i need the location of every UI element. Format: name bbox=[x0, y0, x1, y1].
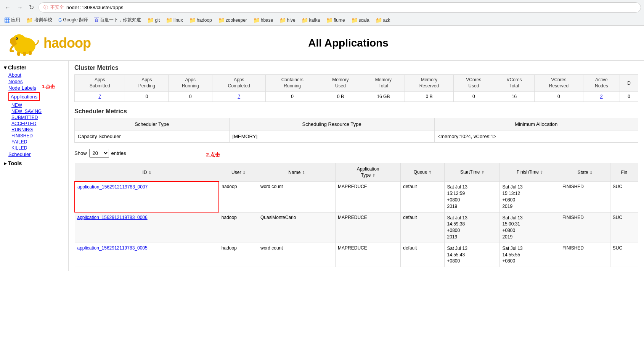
table-row: application_1562912119783_0007 hadoop wo… bbox=[75, 182, 638, 212]
reload-button[interactable]: ↻ bbox=[27, 3, 35, 12]
th-min-allocation: Minimum Allocation bbox=[434, 118, 638, 130]
td-memory-reserved: 0 B bbox=[405, 92, 453, 102]
bookmark-hadoop[interactable]: 📁 hadoop bbox=[188, 16, 214, 24]
th-apps-submitted: AppsSubmitted bbox=[75, 75, 125, 92]
cluster-metrics-title: Cluster Metrics bbox=[74, 64, 638, 71]
sort-icon-queue: ⇕ bbox=[429, 170, 432, 174]
page-header: hadoop All Applications bbox=[0, 26, 644, 61]
bookmark-training[interactable]: 📁 培训学校 bbox=[25, 16, 54, 24]
sidebar-sublink-killed[interactable]: KILLED bbox=[11, 145, 64, 151]
forward-button[interactable]: → bbox=[15, 3, 24, 12]
bookmark-baidu[interactable]: 百 百度一下，你就知道 bbox=[93, 16, 143, 24]
th-apps-completed: AppsCompleted bbox=[212, 75, 266, 92]
th-start-time[interactable]: StartTime ⇕ bbox=[445, 163, 500, 182]
sidebar-sublink-finished[interactable]: FINISHED bbox=[11, 133, 64, 138]
th-name[interactable]: Name ⇕ bbox=[258, 163, 336, 182]
bookmark-hive-label: hive bbox=[287, 18, 296, 23]
cluster-section-title[interactable]: ▾ Cluster bbox=[4, 64, 64, 71]
td-name-0007: word count bbox=[258, 182, 336, 212]
step2-annotation: 2.点击 bbox=[206, 151, 220, 158]
bookmark-scala[interactable]: 📁 scala bbox=[350, 16, 371, 24]
main-content: Cluster Metrics AppsSubmitted AppsPendin… bbox=[69, 61, 644, 271]
entries-label: entries bbox=[111, 150, 126, 156]
svg-rect-5 bbox=[17, 52, 20, 56]
bookmark-flume[interactable]: 📁 flume bbox=[324, 16, 346, 24]
th-memory-reserved: MemoryReserved bbox=[405, 75, 453, 92]
th-active-nodes: ActiveNodes bbox=[583, 75, 620, 92]
folder-icon: 📁 bbox=[26, 17, 33, 23]
sidebar-sublink-submitted[interactable]: SUBMITTED bbox=[11, 115, 64, 120]
back-button[interactable]: ← bbox=[3, 3, 12, 12]
step1-annotation: 1.点击 bbox=[42, 84, 55, 90]
collapse-icon: ▾ bbox=[4, 64, 6, 71]
td-apps-submitted: 7 bbox=[75, 92, 125, 102]
applications-table: ID ⇕ User ⇕ Name ⇕ ApplicationType ⇕ Que… bbox=[74, 163, 638, 267]
google-icon: G bbox=[58, 18, 62, 23]
sort-icon-name: ⇕ bbox=[302, 171, 305, 175]
svg-rect-7 bbox=[29, 51, 32, 55]
th-user[interactable]: User ⇕ bbox=[219, 163, 258, 182]
bookmark-azk[interactable]: 📁 azk bbox=[374, 16, 392, 24]
th-fin[interactable]: Fin bbox=[610, 163, 638, 182]
browser-chrome: ← → ↻ ⓘ 不安全 node1:18088/cluster/apps 应用 … bbox=[0, 0, 644, 26]
bookmark-linux-label: linux bbox=[173, 18, 183, 23]
folder-icon-kafka: 📁 bbox=[302, 17, 308, 23]
th-queue[interactable]: Queue ⇕ bbox=[401, 163, 445, 182]
td-active-nodes: 2 bbox=[583, 92, 620, 102]
show-label: Show bbox=[74, 150, 87, 156]
bookmark-linux[interactable]: 📁 linux bbox=[164, 16, 185, 24]
th-state[interactable]: State ⇕ bbox=[560, 163, 610, 182]
app-id-link-0006[interactable]: application_1562912119783_0006 bbox=[77, 215, 148, 220]
sort-icon-user: ⇕ bbox=[243, 171, 246, 175]
th-scheduling-resource: Scheduling Resource Type bbox=[229, 118, 434, 130]
td-start-0006: Sat Jul 1314:59:38+08002019 bbox=[445, 212, 500, 243]
sidebar-sublink-running[interactable]: RUNNING bbox=[11, 127, 64, 132]
sidebar-item-node-labels[interactable]: Node Labels bbox=[8, 85, 64, 91]
td-queue-0005: default bbox=[401, 243, 445, 267]
app-id-link-0005[interactable]: application_1562912119783_0005 bbox=[77, 245, 148, 251]
address-text: node1:18088/cluster/apps bbox=[66, 5, 124, 10]
sidebar-sublink-new[interactable]: NEW bbox=[11, 103, 64, 108]
td-state-0007: FINISHED bbox=[560, 182, 610, 212]
sidebar-item-scheduler[interactable]: Scheduler bbox=[8, 151, 64, 157]
sidebar-sublink-accepted[interactable]: ACCEPTED bbox=[11, 121, 64, 126]
sidebar-sublink-new-saving[interactable]: NEW_SAVING bbox=[11, 109, 64, 114]
folder-icon-flume: 📁 bbox=[326, 17, 332, 23]
td-app-id-0005: application_1562912119783_0005 bbox=[75, 243, 219, 267]
app-id-link-0007[interactable]: application_1562912119783_0007 bbox=[77, 184, 148, 190]
sort-icon-type: ⇕ bbox=[372, 173, 375, 177]
bookmark-hbase[interactable]: 📁 hbase bbox=[252, 16, 275, 24]
bookmark-git[interactable]: 📁 git bbox=[146, 16, 161, 24]
logo-text: hadoop bbox=[43, 35, 91, 51]
td-d: 0 bbox=[620, 92, 638, 102]
td-state-0005: FINISHED bbox=[560, 243, 610, 267]
bookmark-google-translate[interactable]: G Google 翻译 bbox=[57, 16, 90, 24]
td-name-0006: QuasiMonteCarlo bbox=[258, 212, 336, 243]
folder-icon-scala: 📁 bbox=[351, 17, 358, 23]
td-user-0005: hadoop bbox=[219, 243, 258, 267]
th-vcores-used: VCoresUsed bbox=[453, 75, 494, 92]
bookmark-hive[interactable]: 📁 hive bbox=[278, 16, 297, 24]
folder-icon-linux: 📁 bbox=[166, 17, 172, 23]
folder-icon-hbase: 📁 bbox=[253, 17, 260, 23]
th-apps-running: AppsRunning bbox=[169, 75, 212, 92]
td-containers-running: 0 bbox=[266, 92, 319, 102]
td-name-0005: word count bbox=[258, 243, 336, 267]
cluster-metrics-table: AppsSubmitted AppsPending AppsRunning Ap… bbox=[74, 74, 638, 102]
sidebar-item-about[interactable]: About bbox=[8, 72, 64, 78]
bookmark-kafka[interactable]: 📁 kafka bbox=[300, 16, 322, 24]
th-finish-time[interactable]: FinishTime ⇕ bbox=[500, 163, 560, 182]
td-memory-total: 16 GB bbox=[362, 92, 405, 102]
bookmark-apps[interactable]: 应用 bbox=[3, 16, 22, 24]
tools-section-title[interactable]: ▸ Tools bbox=[4, 160, 64, 166]
td-app-id-0007: application_1562912119783_0007 bbox=[75, 182, 219, 212]
sidebar-sublink-failed[interactable]: FAILED bbox=[11, 139, 64, 145]
th-id[interactable]: ID ⇕ bbox=[75, 163, 219, 182]
entries-select[interactable]: 10 20 50 100 bbox=[89, 149, 109, 158]
sidebar-item-nodes[interactable]: Nodes bbox=[8, 79, 64, 84]
th-app-type[interactable]: ApplicationType ⇕ bbox=[336, 163, 401, 182]
address-bar[interactable]: ⓘ 不安全 node1:18088/cluster/apps bbox=[39, 2, 641, 13]
td-user-0006: hadoop bbox=[219, 212, 258, 243]
bookmark-zookeeper[interactable]: 📁 zookeeper bbox=[217, 16, 249, 24]
sidebar-item-applications[interactable]: Applications bbox=[8, 92, 40, 101]
